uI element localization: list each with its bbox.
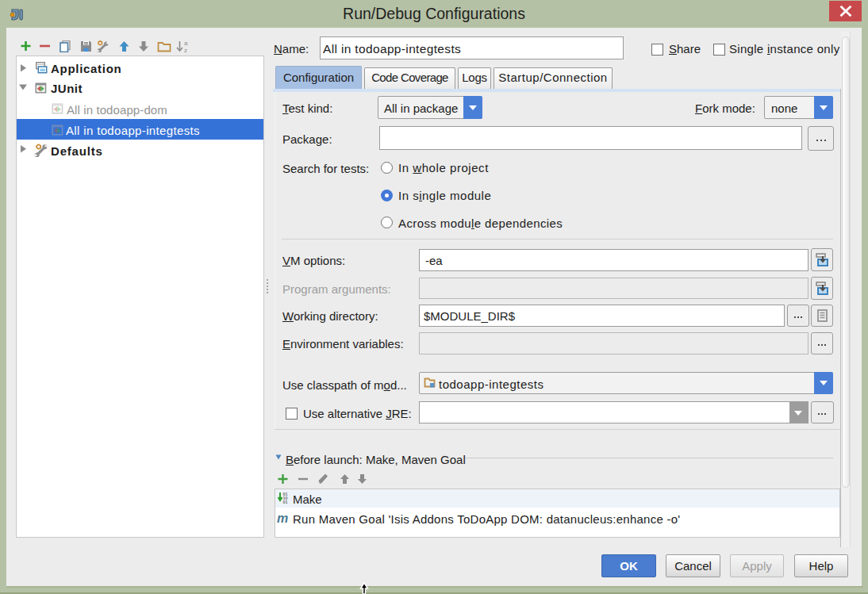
svg-text:01: 01 <box>283 500 288 504</box>
svg-text:z: z <box>184 47 187 53</box>
